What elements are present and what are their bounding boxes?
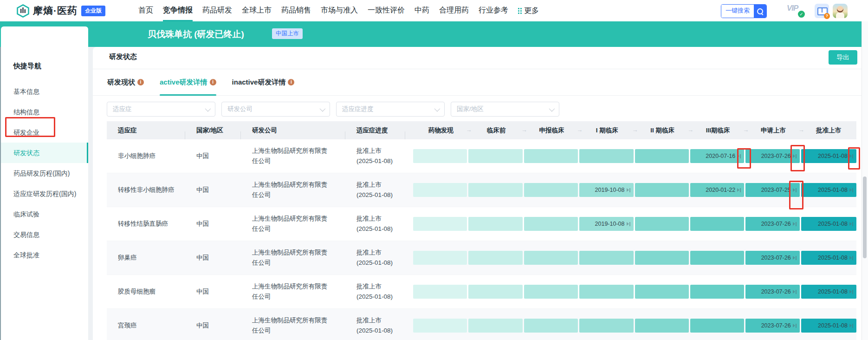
sidebar-item-4[interactable]: 药品研发历程(国内)	[1, 163, 88, 183]
sidebar-item-6[interactable]: 临床试验	[1, 204, 88, 224]
pipeline-segment-2[interactable]	[524, 285, 579, 299]
pipeline-segment-7[interactable]: 2025-01-08	[801, 183, 856, 197]
pipeline-segment-3[interactable]: 2019-10-08	[579, 183, 635, 197]
pipeline-segment-6[interactable]: 2023-07-26	[745, 251, 801, 265]
pipeline-segment-5[interactable]	[690, 319, 745, 333]
quick-search-button[interactable]: 一键搜索	[721, 4, 767, 18]
nav-item-0[interactable]: 首页	[138, 0, 153, 21]
skip-to-detail-icon[interactable]	[793, 289, 797, 294]
scrollbar-thumb[interactable]	[863, 177, 867, 258]
skip-to-detail-icon[interactable]	[849, 222, 853, 226]
pipeline-segment-4[interactable]	[635, 319, 690, 333]
pipeline-segment-6[interactable]: 2023-07-25	[745, 183, 801, 197]
skip-to-detail-icon[interactable]	[793, 154, 797, 158]
pipeline-segment-0[interactable]	[413, 149, 468, 163]
pipeline-segment-7[interactable]: 2025-01-08	[801, 319, 856, 333]
pipeline-segment-2[interactable]	[524, 251, 579, 265]
pipeline-segment-7[interactable]: 2025-01-08	[801, 149, 856, 163]
pipeline-segment-6[interactable]: 2023-07-26	[745, 319, 801, 333]
skip-to-detail-icon[interactable]	[627, 222, 630, 226]
info-icon[interactable]	[288, 79, 294, 85]
skip-to-detail-icon[interactable]	[849, 323, 853, 328]
nav-item-5[interactable]: 市场与准入	[321, 0, 358, 21]
skip-to-detail-icon[interactable]	[793, 323, 797, 328]
skip-to-detail-icon[interactable]	[793, 188, 797, 192]
pipeline-segment-1[interactable]	[468, 149, 524, 163]
pipeline-segment-1[interactable]	[468, 285, 524, 299]
pipeline-segment-3[interactable]: 2019-10-08	[579, 217, 635, 231]
pipeline-segment-2[interactable]	[524, 183, 579, 197]
pipeline-segment-2[interactable]	[524, 149, 579, 163]
sidebar-item-1[interactable]: 结构信息	[1, 102, 88, 122]
nav-item-4[interactable]: 药品销售	[281, 0, 311, 21]
pipeline-segment-1[interactable]	[468, 183, 524, 197]
pipeline-segment-1[interactable]	[468, 319, 524, 333]
vip-badge-icon[interactable]: VIP	[787, 4, 807, 18]
pipeline-segment-2[interactable]	[524, 217, 579, 231]
pipeline-segment-5[interactable]	[690, 251, 745, 265]
pipeline-segment-5[interactable]	[690, 217, 745, 231]
pipeline-segment-2[interactable]	[524, 319, 579, 333]
nav-item-9[interactable]: 行业参考	[479, 0, 508, 21]
pipeline-segment-4[interactable]	[635, 285, 690, 299]
skip-to-detail-icon[interactable]	[793, 222, 797, 226]
pipeline-segment-3[interactable]	[579, 319, 635, 333]
filter-select-3[interactable]: 国家/地区	[451, 102, 559, 117]
tab-1[interactable]: active研发详情	[160, 69, 216, 95]
pipeline-segment-5[interactable]: 2020-07-16	[690, 149, 745, 163]
sidebar-item-0[interactable]: 基本信息	[1, 81, 88, 102]
nav-item-3[interactable]: 全球上市	[242, 0, 272, 21]
pipeline-segment-4[interactable]	[635, 217, 690, 231]
pipeline-segment-0[interactable]	[413, 217, 468, 231]
skip-to-detail-icon[interactable]	[849, 255, 853, 260]
nav-more[interactable]: 更多	[518, 0, 539, 21]
tab-0[interactable]: 研发现状	[107, 69, 144, 95]
sidebar-item-5[interactable]: 适应症研发历程(国内)	[1, 183, 88, 204]
info-icon[interactable]	[210, 79, 216, 85]
logo[interactable]: 摩熵·医药 企业版	[17, 0, 105, 21]
pipeline-segment-3[interactable]	[579, 251, 635, 265]
info-icon[interactable]	[137, 79, 144, 85]
filter-select-2[interactable]: 适应症进度	[336, 102, 445, 117]
scrollbar-track[interactable]	[862, 21, 868, 340]
nav-item-7[interactable]: 中药	[415, 0, 429, 21]
skip-to-detail-icon[interactable]	[737, 154, 741, 158]
pipeline-segment-5[interactable]: 2020-01-22	[690, 183, 745, 197]
pipeline-segment-7[interactable]: 2025-01-08	[801, 217, 856, 231]
search-icon[interactable]	[754, 5, 766, 18]
pipeline-segment-3[interactable]	[579, 285, 635, 299]
skip-to-detail-icon[interactable]	[627, 188, 630, 192]
pipeline-segment-6[interactable]: 2023-07-26	[745, 217, 801, 231]
sidebar-item-2[interactable]: 研发企业	[1, 122, 88, 143]
nav-item-2[interactable]: 药品研发	[202, 0, 232, 21]
help-book-icon[interactable]	[815, 4, 829, 18]
nav-item-8[interactable]: 合理用药	[439, 0, 469, 21]
pipeline-segment-5[interactable]	[690, 285, 745, 299]
pipeline-segment-1[interactable]	[468, 251, 524, 265]
pipeline-segment-4[interactable]	[635, 251, 690, 265]
pipeline-segment-6[interactable]: 2023-07-26	[745, 285, 801, 299]
pipeline-segment-7[interactable]: 2025-01-08	[801, 285, 856, 299]
sidebar-item-3[interactable]: 研发状态	[1, 143, 88, 163]
skip-to-detail-icon[interactable]	[737, 188, 741, 192]
filter-select-1[interactable]: 研发公司	[221, 102, 330, 117]
skip-to-detail-icon[interactable]	[849, 154, 853, 158]
sidebar-item-7[interactable]: 交易信息	[1, 224, 88, 245]
nav-item-6[interactable]: 一致性评价	[368, 0, 405, 21]
user-avatar[interactable]	[833, 4, 848, 18]
nav-item-1[interactable]: 竞争情报	[163, 0, 193, 21]
skip-to-detail-icon[interactable]	[849, 188, 853, 192]
pipeline-segment-6[interactable]: 2023-07-26	[745, 149, 801, 163]
pipeline-segment-7[interactable]: 2025-01-08	[801, 251, 856, 265]
filter-select-0[interactable]: 适应症	[107, 102, 215, 117]
pipeline-segment-4[interactable]	[635, 183, 690, 197]
pipeline-segment-3[interactable]	[579, 149, 635, 163]
pipeline-segment-1[interactable]	[468, 217, 524, 231]
skip-to-detail-icon[interactable]	[849, 289, 853, 294]
export-button[interactable]: 导出	[829, 50, 857, 65]
pipeline-segment-4[interactable]	[635, 149, 690, 163]
pipeline-segment-0[interactable]	[413, 319, 468, 333]
pipeline-segment-0[interactable]	[413, 183, 468, 197]
sidebar-item-8[interactable]: 全球批准	[1, 245, 88, 265]
tab-2[interactable]: inactive研发详情	[232, 69, 295, 95]
